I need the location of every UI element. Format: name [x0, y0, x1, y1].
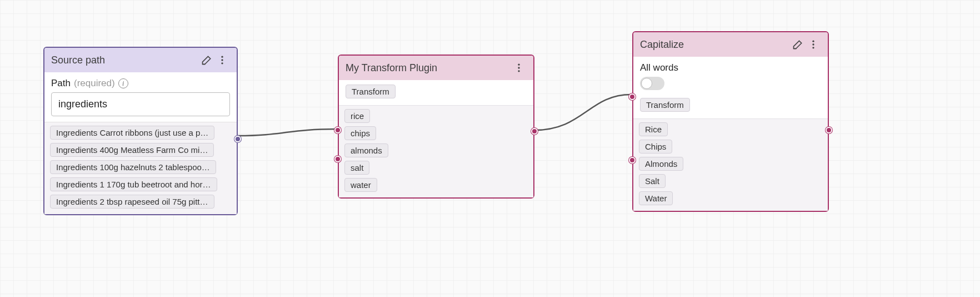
- input-port[interactable]: [334, 127, 341, 133]
- outputs-list: rice chips almonds salt water: [344, 109, 528, 192]
- result-pill: Ingredients 400g Meatless Farm Co mi…: [50, 143, 214, 157]
- svg-point-1: [221, 59, 223, 61]
- input-port[interactable]: [334, 156, 341, 162]
- field-label-row: Path (required) i: [51, 78, 230, 89]
- node-header[interactable]: My Transform Plugin: [339, 56, 533, 80]
- output-pill: chips: [344, 126, 376, 140]
- node-title: My Transform Plugin: [346, 62, 511, 74]
- svg-point-6: [812, 41, 814, 42]
- info-icon[interactable]: i: [118, 78, 128, 88]
- svg-point-2: [221, 62, 223, 64]
- transform-badge: Transform: [346, 85, 396, 98]
- output-pill: Almonds: [639, 157, 683, 171]
- svg-point-7: [812, 43, 814, 45]
- output-port[interactable]: [234, 136, 241, 142]
- all-words-toggle[interactable]: [640, 77, 664, 90]
- node-header[interactable]: Source path: [44, 48, 237, 72]
- output-port[interactable]: [531, 128, 538, 135]
- path-input[interactable]: [51, 92, 230, 116]
- node-body: Path (required) i: [44, 72, 237, 122]
- svg-point-4: [518, 67, 519, 68]
- toggle-label: All words: [640, 62, 821, 73]
- output-port[interactable]: [826, 127, 832, 133]
- output-pill: Water: [639, 191, 673, 205]
- result-pill: Ingredients 1 170g tub beetroot and hor…: [50, 177, 217, 191]
- pencil-icon[interactable]: [790, 37, 806, 52]
- output-pill: Salt: [639, 174, 666, 188]
- node-canvas[interactable]: Source path Path (required) i Ingredient…: [0, 0, 980, 297]
- node-transform-plugin[interactable]: My Transform Plugin Transform rice chips…: [338, 55, 534, 199]
- output-pill: salt: [344, 161, 369, 175]
- output-pill: Chips: [639, 140, 672, 154]
- outputs-section: rice chips almonds salt water: [339, 106, 533, 197]
- results-section: Ingredients Carrot ribbons (just use a p…: [44, 122, 237, 214]
- node-capitalize[interactable]: Capitalize All words Transform Rice Chip…: [632, 31, 829, 212]
- output-pill: water: [344, 178, 377, 192]
- input-port[interactable]: [629, 157, 636, 164]
- kebab-menu-icon[interactable]: [214, 52, 230, 68]
- outputs-section: Rice Chips Almonds Salt Water: [633, 119, 828, 211]
- result-pill: Ingredients 100g hazelnuts 2 tablespoo…: [50, 160, 216, 174]
- node-body: All words: [633, 57, 828, 93]
- node-title: Capitalize: [640, 39, 790, 51]
- node-source-path[interactable]: Source path Path (required) i Ingredient…: [43, 47, 238, 215]
- badge-row: Transform: [339, 80, 533, 106]
- input-port[interactable]: [629, 93, 636, 100]
- node-title: Source path: [51, 55, 199, 66]
- result-pill: Ingredients Carrot ribbons (just use a p…: [50, 126, 214, 140]
- svg-point-8: [812, 47, 814, 48]
- output-pill: Rice: [639, 122, 668, 136]
- badge-row: Transform: [633, 93, 828, 119]
- svg-point-0: [221, 56, 223, 58]
- required-label: (required): [74, 78, 115, 89]
- output-pill: almonds: [344, 143, 388, 157]
- transform-badge: Transform: [640, 98, 690, 112]
- kebab-menu-icon[interactable]: [511, 60, 527, 76]
- output-pill: rice: [344, 109, 370, 123]
- field-label: Path: [51, 78, 71, 89]
- pencil-icon[interactable]: [199, 52, 214, 68]
- kebab-menu-icon[interactable]: [806, 37, 821, 52]
- outputs-list: Rice Chips Almonds Salt Water: [639, 122, 822, 205]
- node-header[interactable]: Capitalize: [633, 32, 828, 57]
- svg-point-5: [518, 70, 519, 72]
- results-list: Ingredients Carrot ribbons (just use a p…: [50, 126, 231, 209]
- svg-point-3: [518, 64, 519, 66]
- result-pill: Ingredients 2 tbsp rapeseed oil 75g pitt…: [50, 195, 214, 209]
